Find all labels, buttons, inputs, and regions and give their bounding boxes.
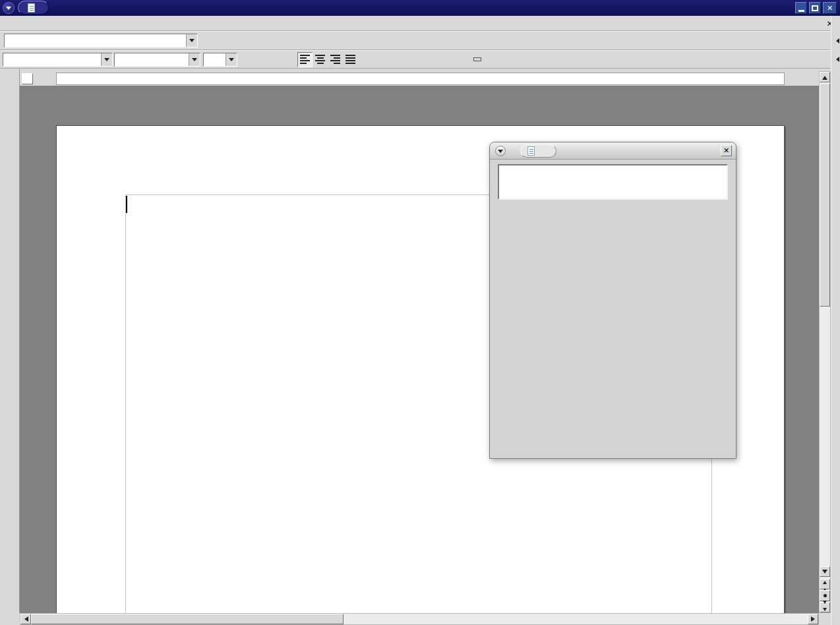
- scroll-left-button[interactable]: [20, 614, 31, 624]
- horizontal-ruler[interactable]: [56, 73, 785, 85]
- text-caret: [126, 196, 127, 213]
- bullet-list-button[interactable]: [380, 52, 395, 67]
- calculator-window-menu-button[interactable]: [495, 146, 506, 156]
- font-dropdown-button[interactable]: [189, 53, 200, 66]
- font-color-button[interactable]: [436, 52, 451, 67]
- increase-indent-button[interactable]: [414, 52, 429, 67]
- numbered-list-button[interactable]: [365, 52, 380, 67]
- chevron-down-icon: [192, 58, 197, 64]
- main-toolbar: [0, 69, 20, 613]
- scroll-down-button[interactable]: [820, 566, 830, 577]
- vertical-scroll-thumb[interactable]: [820, 83, 830, 307]
- right-frame-strip: [831, 16, 840, 625]
- calculator-close-button[interactable]: ✕: [721, 145, 732, 156]
- toolbar-overflow-icon[interactable]: [833, 38, 839, 44]
- calculator-display: [498, 164, 728, 200]
- horizontal-scrollbar[interactable]: [20, 613, 819, 625]
- paragraph-style-value[interactable]: [3, 53, 101, 66]
- arrow-up-icon: [822, 73, 827, 80]
- align-right-button[interactable]: [328, 52, 343, 67]
- close-icon: ✕: [723, 146, 729, 155]
- object-toolbar: [0, 50, 832, 69]
- scroll-right-button[interactable]: [808, 614, 818, 624]
- highlighting-button[interactable]: [451, 52, 466, 67]
- calculator-title-capsule: [520, 144, 556, 158]
- chevron-down-icon: [498, 150, 503, 156]
- chevron-down-icon: [229, 58, 234, 64]
- font-size-combobox[interactable]: [203, 53, 237, 67]
- maximize-icon: [812, 5, 818, 11]
- chevron-down-icon: [104, 58, 109, 64]
- menubar: [0, 16, 840, 31]
- close-button[interactable]: ✕: [823, 2, 837, 14]
- previous-page-button[interactable]: [820, 579, 830, 589]
- decrease-indent-button[interactable]: [399, 52, 414, 67]
- calculator-window: ✕: [489, 142, 736, 459]
- align-center-icon: [315, 55, 325, 64]
- dot-icon: [824, 594, 827, 597]
- font-name-combobox[interactable]: [114, 53, 200, 67]
- arrow-down-icon: [822, 570, 827, 576]
- align-justify-button[interactable]: [343, 52, 358, 67]
- italic-button[interactable]: [260, 52, 276, 67]
- horizontal-scroll-thumb[interactable]: [31, 614, 344, 624]
- align-left-icon: [300, 55, 310, 64]
- toolbar-overflow-icon[interactable]: [833, 57, 839, 62]
- next-page-button[interactable]: [820, 602, 830, 612]
- window-title-capsule: [18, 1, 49, 15]
- arrow-left-icon: [22, 616, 28, 622]
- bold-button[interactable]: [245, 52, 260, 67]
- align-right-icon: [330, 55, 340, 64]
- font-size-value[interactable]: [204, 53, 225, 66]
- minimize-icon: [798, 10, 804, 12]
- close-icon: ✕: [827, 4, 833, 13]
- align-justify-icon: [345, 55, 355, 64]
- tab-type-selector[interactable]: [22, 73, 33, 84]
- window-menu-button[interactable]: [3, 2, 15, 14]
- document-icon: [28, 3, 35, 13]
- navigation-button[interactable]: [820, 590, 830, 601]
- align-left-button[interactable]: [297, 52, 313, 67]
- scroll-up-button[interactable]: [820, 72, 830, 82]
- window-controls: ✕: [795, 2, 837, 14]
- font-name-value[interactable]: [115, 53, 189, 66]
- window-titlebar: ✕: [0, 0, 840, 16]
- url-combobox[interactable]: [4, 34, 198, 47]
- maximize-button[interactable]: [809, 2, 821, 14]
- vertical-scrollbar[interactable]: [819, 71, 831, 613]
- calculator-titlebar[interactable]: ✕: [490, 142, 736, 160]
- bottom-left-corner: [0, 613, 20, 625]
- align-center-button[interactable]: [313, 52, 328, 67]
- chevron-down-icon: [189, 39, 195, 45]
- size-dropdown-button[interactable]: [225, 53, 237, 66]
- calculator-icon: [527, 146, 535, 156]
- bottom-right-corner: [819, 613, 831, 625]
- arrow-right-icon: [811, 616, 818, 622]
- underline-button[interactable]: [276, 52, 291, 67]
- chevron-down-icon: [6, 7, 11, 13]
- paragraph-style-combobox[interactable]: [3, 53, 113, 67]
- addons-label: [473, 57, 481, 61]
- double-chevron-up-icon: [823, 578, 827, 591]
- function-toolbar: [0, 31, 832, 50]
- double-chevron-down-icon: [823, 601, 827, 614]
- screen: { "titlebar": { "title": "Unbenannt1 - O…: [0, 0, 840, 625]
- url-input[interactable]: [5, 34, 186, 47]
- minimize-button[interactable]: [795, 2, 807, 14]
- addons-button[interactable]: [471, 57, 481, 61]
- url-dropdown-button[interactable]: [186, 34, 197, 47]
- style-dropdown-button[interactable]: [101, 53, 112, 66]
